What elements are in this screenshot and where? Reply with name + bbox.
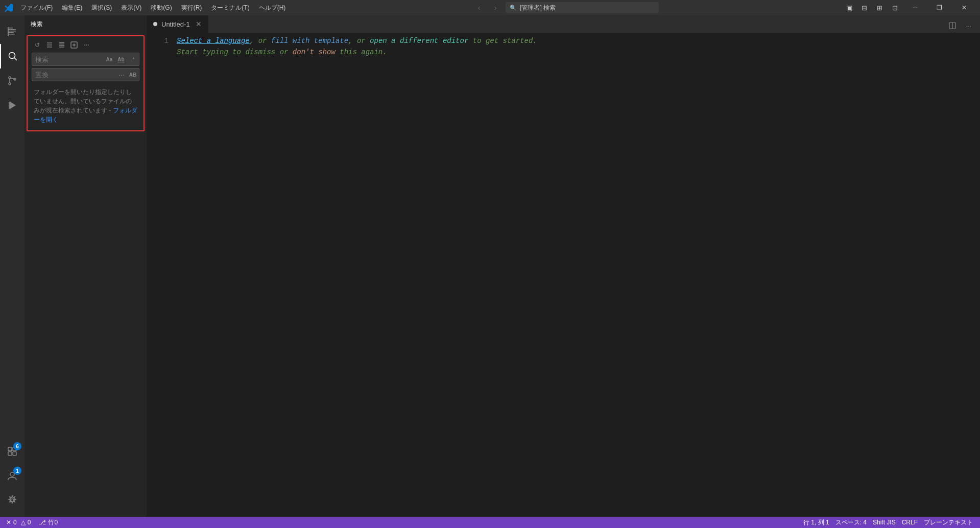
editor-line-1: Select a language, or fill with template…: [177, 35, 969, 47]
text-or-2: , or: [348, 37, 370, 45]
svg-line-7: [14, 58, 17, 60]
svg-point-9: [9, 83, 11, 85]
menu-go[interactable]: 移動(G): [147, 3, 176, 13]
search-toolbar: ↺: [28, 38, 144, 52]
activity-bar: 6 1: [0, 15, 25, 517]
activity-bottom: 6 1: [0, 439, 25, 513]
preserve-case-button[interactable]: AB: [127, 69, 138, 80]
branch-text: 竹0: [48, 518, 58, 527]
vscode-logo: [4, 3, 13, 12]
command-search-bar[interactable]: 🔍 [管理者] 検索: [506, 2, 659, 13]
whole-word-button[interactable]: Ab: [115, 54, 127, 65]
language-text: プレーンテキスト: [924, 518, 973, 527]
sidebar-item-extensions[interactable]: 6: [0, 439, 25, 464]
search-input-icons: Aa Ab .*: [104, 54, 138, 65]
title-bar-left: ファイル(F) 編集(E) 選択(S) 表示(V) 移動(G) 実行(R) ター…: [4, 3, 290, 13]
eol-text: CRLF: [902, 519, 918, 526]
link-dont-show[interactable]: don't show: [293, 48, 336, 56]
status-branch[interactable]: ⎇ 竹0: [37, 517, 60, 528]
svg-rect-13: [9, 102, 10, 109]
svg-rect-0: [9, 28, 13, 29]
nav-forward-button[interactable]: ›: [489, 2, 501, 14]
layout-button-4[interactable]: ⊡: [888, 1, 902, 15]
menu-help[interactable]: ヘルプ(H): [255, 3, 290, 13]
replace-input-row: AB ···: [32, 68, 139, 81]
editor-code[interactable]: Select a language, or fill with template…: [173, 33, 973, 517]
encoding-text: Shift JIS: [873, 519, 896, 526]
svg-rect-4: [9, 34, 15, 35]
spaces-text: スペース: 4: [835, 518, 867, 527]
svg-rect-16: [8, 452, 12, 455]
sidebar-item-explorer[interactable]: [0, 19, 25, 44]
menu-run[interactable]: 実行(R): [177, 3, 206, 13]
sidebar-item-account[interactable]: 1: [0, 464, 25, 488]
status-position[interactable]: 行 1, 列 1: [800, 517, 832, 528]
status-encoding[interactable]: Shift JIS: [870, 517, 899, 528]
layout-button-3[interactable]: ⊞: [873, 1, 887, 15]
sidebar: 検索 ↺: [25, 15, 147, 517]
tab-bar: Untitled-1 ✕ ···: [147, 15, 980, 33]
tab-close-button[interactable]: ✕: [196, 20, 202, 28]
more-options-button[interactable]: ···: [81, 39, 92, 51]
more-tabs-button[interactable]: ···: [962, 18, 976, 33]
title-bar-right: ▣ ⊟ ⊞ ⊡ ─ ❐ ✕: [842, 0, 976, 15]
editor-area: Untitled-1 ✕ ··· 1 Select a langu: [147, 15, 980, 517]
svg-marker-12: [10, 102, 16, 109]
replace-more-button[interactable]: ···: [116, 69, 127, 80]
svg-point-8: [9, 77, 11, 79]
link-fill-template[interactable]: fill with template: [271, 37, 348, 45]
account-badge: 1: [13, 467, 21, 475]
svg-rect-17: [13, 452, 16, 455]
status-language[interactable]: プレーンテキスト: [921, 517, 976, 528]
nav-back-button[interactable]: ‹: [473, 2, 485, 14]
error-icon: ✕: [6, 519, 11, 526]
sidebar-header: 検索: [25, 15, 147, 33]
layout-button-2[interactable]: ⊟: [857, 1, 872, 15]
line-number-1: 1: [151, 35, 169, 47]
menu-selection[interactable]: 選択(S): [87, 3, 116, 13]
svg-rect-14: [8, 447, 12, 451]
link-select-language[interactable]: Select a language: [177, 37, 250, 45]
restore-button[interactable]: ❐: [928, 0, 951, 15]
close-button[interactable]: ✕: [952, 0, 976, 15]
menu-edit[interactable]: 編集(E): [58, 3, 86, 13]
search-icon: 🔍: [510, 5, 517, 11]
tab-modified-dot: [153, 22, 157, 26]
svg-rect-2: [9, 31, 16, 32]
title-bar: ファイル(F) 編集(E) 選択(S) 表示(V) 移動(G) 実行(R) ター…: [0, 0, 980, 15]
menu-terminal[interactable]: ターミナル(T): [207, 3, 253, 13]
text-or-1: , or: [250, 37, 271, 45]
regex-button[interactable]: .*: [127, 54, 138, 65]
status-spaces[interactable]: スペース: 4: [832, 517, 870, 528]
menu-view[interactable]: 表示(V): [117, 3, 146, 13]
refresh-button[interactable]: ↺: [32, 39, 43, 51]
search-input-row: Aa Ab .*: [32, 53, 139, 66]
sidebar-item-source-control[interactable]: [0, 68, 25, 93]
status-errors[interactable]: ✕ 0 △ 0: [4, 517, 33, 528]
text-start-typing: Start typing to dismiss or: [177, 48, 293, 56]
sidebar-item-settings[interactable]: [0, 488, 25, 513]
sidebar-item-search[interactable]: [0, 44, 25, 68]
main-container: 6 1 検索 ↺: [0, 15, 980, 517]
new-editor-button[interactable]: [68, 39, 80, 51]
collapse-button[interactable]: [56, 39, 67, 51]
status-eol[interactable]: CRLF: [899, 517, 921, 528]
match-case-button[interactable]: Aa: [104, 54, 115, 65]
minimize-button[interactable]: ─: [903, 0, 927, 15]
sidebar-item-run[interactable]: [0, 93, 25, 118]
status-bar: ✕ 0 △ 0 ⎇ 竹0 行 1, 列 1 スペース: 4 Shift JIS …: [0, 517, 980, 528]
position-text: 行 1, 列 1: [803, 518, 829, 527]
split-editor-button[interactable]: [945, 18, 960, 33]
link-open-editor[interactable]: open a different editor: [370, 37, 468, 45]
search-panel: ↺: [27, 35, 145, 131]
error-count: 0: [13, 519, 17, 526]
clear-button[interactable]: [44, 39, 55, 51]
status-bar-right: 行 1, 列 1 スペース: 4 Shift JIS CRLF プレーンテキスト: [800, 517, 976, 528]
editor-scrollbar[interactable]: [973, 33, 980, 517]
title-bar-center: ‹ › 🔍 [管理者] 検索: [473, 2, 659, 14]
svg-point-6: [9, 53, 15, 59]
menu-bar: ファイル(F) 編集(E) 選択(S) 表示(V) 移動(G) 実行(R) ター…: [16, 3, 290, 13]
layout-button-1[interactable]: ▣: [842, 1, 856, 15]
menu-file[interactable]: ファイル(F): [16, 3, 57, 13]
editor-tab-untitled-1[interactable]: Untitled-1 ✕: [147, 15, 208, 33]
